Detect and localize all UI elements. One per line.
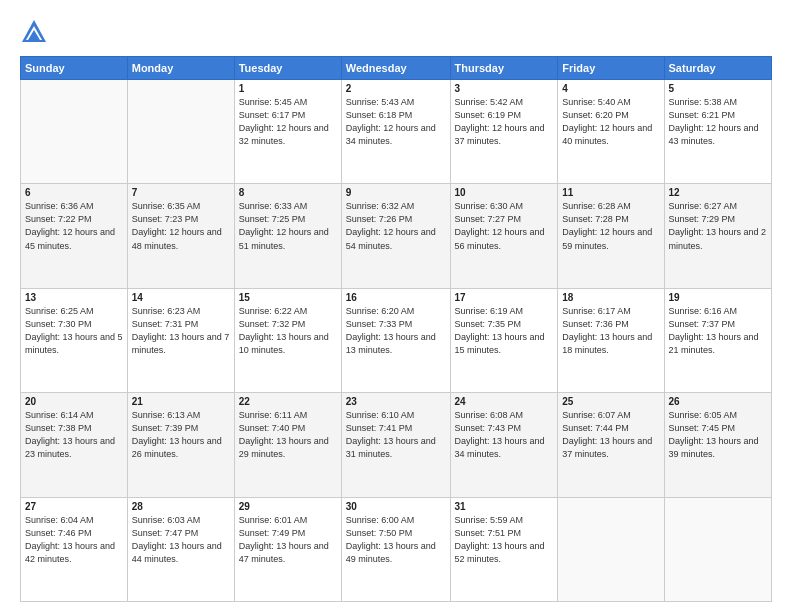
- calendar-cell: 12Sunrise: 6:27 AM Sunset: 7:29 PM Dayli…: [664, 184, 771, 288]
- calendar-cell: 30Sunrise: 6:00 AM Sunset: 7:50 PM Dayli…: [341, 497, 450, 601]
- day-number: 13: [25, 292, 123, 303]
- calendar-week-3: 13Sunrise: 6:25 AM Sunset: 7:30 PM Dayli…: [21, 288, 772, 392]
- calendar-cell: [21, 80, 128, 184]
- day-number: 11: [562, 187, 659, 198]
- day-number: 12: [669, 187, 767, 198]
- day-info: Sunrise: 6:17 AM Sunset: 7:36 PM Dayligh…: [562, 305, 659, 357]
- calendar-cell: 22Sunrise: 6:11 AM Sunset: 7:40 PM Dayli…: [234, 393, 341, 497]
- day-number: 22: [239, 396, 337, 407]
- day-number: 30: [346, 501, 446, 512]
- day-number: 21: [132, 396, 230, 407]
- calendar-cell: 2Sunrise: 5:43 AM Sunset: 6:18 PM Daylig…: [341, 80, 450, 184]
- day-number: 5: [669, 83, 767, 94]
- day-number: 16: [346, 292, 446, 303]
- header: [20, 18, 772, 46]
- day-info: Sunrise: 6:20 AM Sunset: 7:33 PM Dayligh…: [346, 305, 446, 357]
- calendar-cell: 14Sunrise: 6:23 AM Sunset: 7:31 PM Dayli…: [127, 288, 234, 392]
- day-info: Sunrise: 6:13 AM Sunset: 7:39 PM Dayligh…: [132, 409, 230, 461]
- calendar-cell: 19Sunrise: 6:16 AM Sunset: 7:37 PM Dayli…: [664, 288, 771, 392]
- calendar-week-1: 1Sunrise: 5:45 AM Sunset: 6:17 PM Daylig…: [21, 80, 772, 184]
- day-info: Sunrise: 6:25 AM Sunset: 7:30 PM Dayligh…: [25, 305, 123, 357]
- day-number: 17: [455, 292, 554, 303]
- calendar-cell: 11Sunrise: 6:28 AM Sunset: 7:28 PM Dayli…: [558, 184, 664, 288]
- day-info: Sunrise: 5:43 AM Sunset: 6:18 PM Dayligh…: [346, 96, 446, 148]
- col-header-sunday: Sunday: [21, 57, 128, 80]
- day-number: 1: [239, 83, 337, 94]
- day-info: Sunrise: 6:35 AM Sunset: 7:23 PM Dayligh…: [132, 200, 230, 252]
- day-number: 10: [455, 187, 554, 198]
- calendar-cell: 5Sunrise: 5:38 AM Sunset: 6:21 PM Daylig…: [664, 80, 771, 184]
- day-number: 19: [669, 292, 767, 303]
- calendar-cell: 15Sunrise: 6:22 AM Sunset: 7:32 PM Dayli…: [234, 288, 341, 392]
- day-number: 4: [562, 83, 659, 94]
- day-info: Sunrise: 6:04 AM Sunset: 7:46 PM Dayligh…: [25, 514, 123, 566]
- calendar-cell: 21Sunrise: 6:13 AM Sunset: 7:39 PM Dayli…: [127, 393, 234, 497]
- day-info: Sunrise: 6:33 AM Sunset: 7:25 PM Dayligh…: [239, 200, 337, 252]
- col-header-tuesday: Tuesday: [234, 57, 341, 80]
- calendar-header-row: SundayMondayTuesdayWednesdayThursdayFrid…: [21, 57, 772, 80]
- day-info: Sunrise: 5:40 AM Sunset: 6:20 PM Dayligh…: [562, 96, 659, 148]
- day-info: Sunrise: 6:32 AM Sunset: 7:26 PM Dayligh…: [346, 200, 446, 252]
- col-header-monday: Monday: [127, 57, 234, 80]
- calendar-cell: [127, 80, 234, 184]
- day-info: Sunrise: 6:36 AM Sunset: 7:22 PM Dayligh…: [25, 200, 123, 252]
- day-info: Sunrise: 6:27 AM Sunset: 7:29 PM Dayligh…: [669, 200, 767, 252]
- calendar-cell: 1Sunrise: 5:45 AM Sunset: 6:17 PM Daylig…: [234, 80, 341, 184]
- day-info: Sunrise: 6:28 AM Sunset: 7:28 PM Dayligh…: [562, 200, 659, 252]
- calendar-table: SundayMondayTuesdayWednesdayThursdayFrid…: [20, 56, 772, 602]
- calendar-cell: 20Sunrise: 6:14 AM Sunset: 7:38 PM Dayli…: [21, 393, 128, 497]
- calendar-cell: 9Sunrise: 6:32 AM Sunset: 7:26 PM Daylig…: [341, 184, 450, 288]
- day-info: Sunrise: 6:03 AM Sunset: 7:47 PM Dayligh…: [132, 514, 230, 566]
- day-info: Sunrise: 5:45 AM Sunset: 6:17 PM Dayligh…: [239, 96, 337, 148]
- calendar-cell: 25Sunrise: 6:07 AM Sunset: 7:44 PM Dayli…: [558, 393, 664, 497]
- day-info: Sunrise: 6:19 AM Sunset: 7:35 PM Dayligh…: [455, 305, 554, 357]
- day-number: 7: [132, 187, 230, 198]
- calendar-cell: 16Sunrise: 6:20 AM Sunset: 7:33 PM Dayli…: [341, 288, 450, 392]
- day-number: 6: [25, 187, 123, 198]
- calendar-cell: 27Sunrise: 6:04 AM Sunset: 7:46 PM Dayli…: [21, 497, 128, 601]
- day-number: 28: [132, 501, 230, 512]
- day-number: 14: [132, 292, 230, 303]
- logo-icon: [20, 18, 48, 46]
- calendar-cell: 4Sunrise: 5:40 AM Sunset: 6:20 PM Daylig…: [558, 80, 664, 184]
- day-number: 24: [455, 396, 554, 407]
- calendar-cell: 8Sunrise: 6:33 AM Sunset: 7:25 PM Daylig…: [234, 184, 341, 288]
- day-number: 29: [239, 501, 337, 512]
- col-header-thursday: Thursday: [450, 57, 558, 80]
- calendar-cell: [558, 497, 664, 601]
- day-number: 27: [25, 501, 123, 512]
- calendar-cell: 24Sunrise: 6:08 AM Sunset: 7:43 PM Dayli…: [450, 393, 558, 497]
- day-info: Sunrise: 6:23 AM Sunset: 7:31 PM Dayligh…: [132, 305, 230, 357]
- calendar-cell: 7Sunrise: 6:35 AM Sunset: 7:23 PM Daylig…: [127, 184, 234, 288]
- day-info: Sunrise: 6:11 AM Sunset: 7:40 PM Dayligh…: [239, 409, 337, 461]
- day-number: 23: [346, 396, 446, 407]
- col-header-friday: Friday: [558, 57, 664, 80]
- day-info: Sunrise: 6:01 AM Sunset: 7:49 PM Dayligh…: [239, 514, 337, 566]
- col-header-saturday: Saturday: [664, 57, 771, 80]
- logo: [20, 18, 52, 46]
- day-info: Sunrise: 5:42 AM Sunset: 6:19 PM Dayligh…: [455, 96, 554, 148]
- day-number: 3: [455, 83, 554, 94]
- day-number: 25: [562, 396, 659, 407]
- calendar-cell: 17Sunrise: 6:19 AM Sunset: 7:35 PM Dayli…: [450, 288, 558, 392]
- day-info: Sunrise: 6:08 AM Sunset: 7:43 PM Dayligh…: [455, 409, 554, 461]
- page: SundayMondayTuesdayWednesdayThursdayFrid…: [0, 0, 792, 612]
- calendar-cell: [664, 497, 771, 601]
- day-info: Sunrise: 5:59 AM Sunset: 7:51 PM Dayligh…: [455, 514, 554, 566]
- day-info: Sunrise: 6:07 AM Sunset: 7:44 PM Dayligh…: [562, 409, 659, 461]
- calendar-cell: 28Sunrise: 6:03 AM Sunset: 7:47 PM Dayli…: [127, 497, 234, 601]
- calendar-week-2: 6Sunrise: 6:36 AM Sunset: 7:22 PM Daylig…: [21, 184, 772, 288]
- calendar-cell: 13Sunrise: 6:25 AM Sunset: 7:30 PM Dayli…: [21, 288, 128, 392]
- day-number: 15: [239, 292, 337, 303]
- col-header-wednesday: Wednesday: [341, 57, 450, 80]
- day-number: 31: [455, 501, 554, 512]
- day-number: 26: [669, 396, 767, 407]
- calendar-cell: 31Sunrise: 5:59 AM Sunset: 7:51 PM Dayli…: [450, 497, 558, 601]
- day-info: Sunrise: 6:10 AM Sunset: 7:41 PM Dayligh…: [346, 409, 446, 461]
- day-number: 9: [346, 187, 446, 198]
- day-number: 2: [346, 83, 446, 94]
- day-info: Sunrise: 6:14 AM Sunset: 7:38 PM Dayligh…: [25, 409, 123, 461]
- day-number: 8: [239, 187, 337, 198]
- day-info: Sunrise: 6:30 AM Sunset: 7:27 PM Dayligh…: [455, 200, 554, 252]
- day-info: Sunrise: 6:16 AM Sunset: 7:37 PM Dayligh…: [669, 305, 767, 357]
